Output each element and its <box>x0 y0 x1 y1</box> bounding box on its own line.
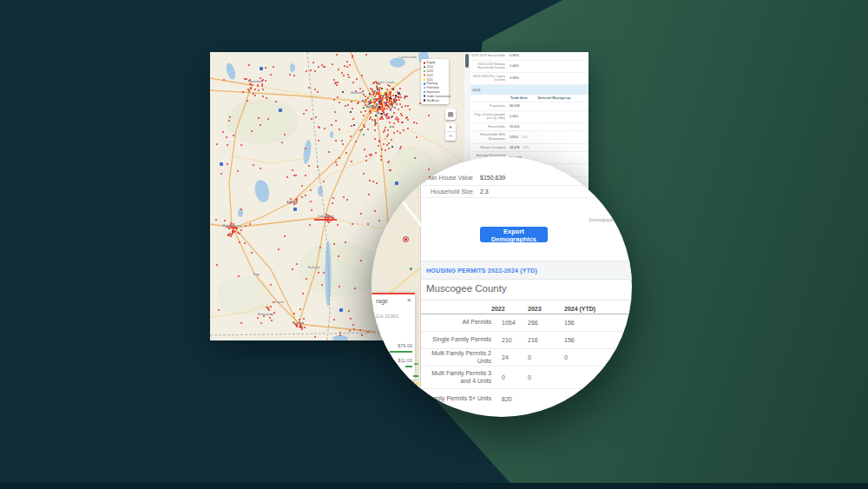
col-2022: 2022 <box>491 306 528 312</box>
legend-item: Not Active <box>423 98 447 102</box>
rate-bar-2 <box>405 366 412 367</box>
legend-label: 2021 <box>427 78 433 82</box>
row-label: 2024-2029 Per Capita Income <box>470 75 505 83</box>
popup-rate-1: $76.00 <box>398 343 412 348</box>
zoom-control[interactable]: + − <box>445 123 456 141</box>
col-header-trade-area: Trade Area <box>510 96 528 100</box>
row-label: 2024-2029 Median Household Income <box>470 63 505 70</box>
stat-row: Renter Occupied 18,476 63% <box>470 144 589 153</box>
selected-site-underline <box>314 219 337 221</box>
section-header-2024: 2024 <box>470 85 589 95</box>
layers-button[interactable]: ▤ <box>445 109 456 120</box>
city-label: Auburn <box>286 200 298 204</box>
map-legend: Supply2024202320222021PlanningPermittedE… <box>421 59 449 104</box>
scrollbar-thumb[interactable] <box>465 54 469 68</box>
legend-dot-icon <box>424 87 426 89</box>
col-2023: 2023 <box>528 306 564 312</box>
housing-permits-section-header: HOUSING PERMITS 2022-2024 (YTD) <box>421 261 632 280</box>
city-label: Gadsden <box>248 79 262 83</box>
county-heading: Muscogee County <box>426 283 507 294</box>
strip-tick <box>413 375 418 377</box>
legend-label: Planning <box>427 82 437 85</box>
row-value: 2.44% <box>510 64 519 68</box>
selected-marker-icon <box>403 236 409 242</box>
growth-row: 2024-2029 Households 0.90% <box>470 52 589 61</box>
strip-tick <box>414 383 418 385</box>
popup-rate-2: $11.00 <box>398 358 412 363</box>
table-row: All Permits 1054 266 156 <box>421 314 632 332</box>
city-label: Ozark <box>274 300 284 304</box>
stat-row: Population 68,018 <box>470 102 589 111</box>
growth-row: 2024-2029 Per Capita Income 3.58% <box>470 73 589 85</box>
stat-row: Households With Basements 3,824 13% <box>470 131 589 143</box>
col-header-selected-blockgroup: Selected Blockgroup <box>538 96 571 100</box>
magnifier-circle: Median House Value $150,639 Household Si… <box>372 156 632 417</box>
legend-dot-icon <box>424 95 426 97</box>
legend-dot-icon <box>424 70 426 73</box>
zoom-out-button[interactable]: − <box>445 131 456 140</box>
permits-table-header: 2022 2023 2024 (YTD) <box>421 303 632 314</box>
rate-bar-1 <box>390 351 412 353</box>
stat-row: Households 25,415 <box>470 123 589 132</box>
city-label: Cartersville <box>399 55 417 59</box>
table-row: Multi Family Permits 2 Units 24 0 0 <box>421 349 632 367</box>
legend-dot-icon <box>424 78 426 81</box>
legend-label: 2024 <box>427 65 433 69</box>
city-label: Marietta <box>351 90 363 95</box>
col-2024-ytd: 2024 (YTD) <box>564 306 613 312</box>
legend-label: 2022 <box>427 74 433 77</box>
legend-label: Permitted <box>427 86 439 89</box>
legend-dot-icon <box>424 62 426 64</box>
city-label: Atlanta <box>366 104 377 109</box>
legend-dot-icon <box>424 74 426 76</box>
close-icon[interactable]: ✕ <box>407 297 411 304</box>
section-header-label: 2024 <box>472 88 480 92</box>
layers-icon: ▤ <box>448 111 454 117</box>
row-value: 0.90% <box>510 54 519 57</box>
popup-title: rage <box>376 298 388 304</box>
legend-dot-icon <box>424 91 426 94</box>
marketing-frame: GadsdenCartersvilleJohns CreekMariettaAt… <box>0 0 868 489</box>
background-bottom-bar <box>0 483 868 489</box>
legend-label: 2023 <box>427 69 433 73</box>
zoom-in-button[interactable]: + <box>445 123 456 131</box>
legend-label: Under Construction <box>427 95 450 98</box>
growth-row: 2024-2029 Median Household Income 2.44% <box>470 61 589 73</box>
city-label: Enterprise <box>258 312 273 316</box>
housing-permits-title: HOUSING PERMITS 2022-2024 (YTD) <box>426 268 537 274</box>
legend-label: Not Active <box>427 99 439 102</box>
map-legend-items: Supply2024202320222021PlanningPermittedE… <box>423 61 447 102</box>
stat-row: Pop. Density (people per sq. mile) 2,410 <box>470 111 589 123</box>
city-label: Dothan <box>293 320 304 325</box>
legend-label: Supply <box>427 61 436 64</box>
legend-dot-icon <box>424 66 426 69</box>
legend-dot-icon <box>424 99 426 102</box>
legend-label: Expansion <box>427 90 440 94</box>
export-demographics-button[interactable]: Export Demographics <box>480 227 548 242</box>
city-label: Columbus <box>318 214 333 218</box>
row-label: 2024-2029 Households <box>470 54 505 58</box>
strip-tick <box>414 363 418 365</box>
city-label: Troy <box>253 272 260 276</box>
city-label: Montgomery <box>222 223 241 228</box>
column-headers: Trade Area Selected Blockgroup <box>470 95 589 102</box>
city-label: Johns Creek <box>375 80 394 84</box>
table-row: Single Family Permits 210 216 156 <box>421 332 632 349</box>
legend-dot-icon <box>424 83 426 85</box>
row-value: 3.58% <box>510 76 519 80</box>
popup-address: GA 31901 <box>376 314 399 319</box>
legend-item: Under Construction <box>423 94 447 98</box>
city-label: Eufaula <box>308 265 320 269</box>
